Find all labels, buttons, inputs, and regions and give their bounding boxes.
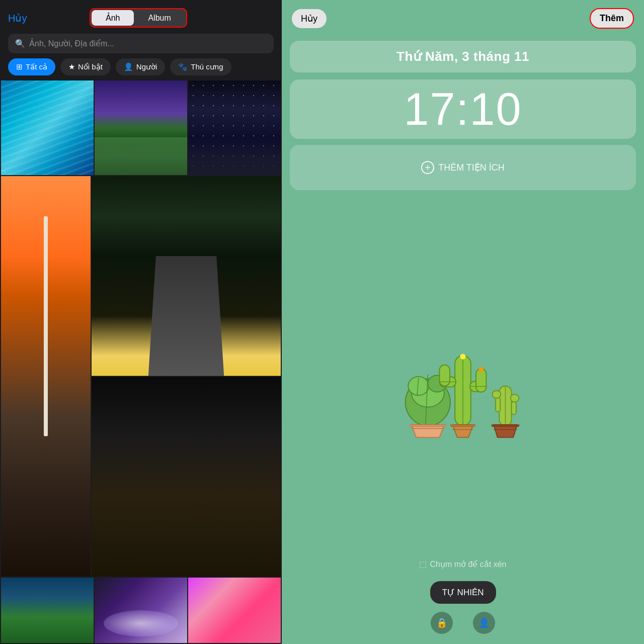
filter-featured-icon: ★ — [68, 62, 75, 71]
search-bar[interactable]: 🔍 Ảnh, Người, Địa điểm... — [8, 34, 274, 53]
person-icon-button[interactable]: 👤 — [473, 612, 495, 634]
photo-darkmountain[interactable] — [92, 377, 281, 577]
grid-row-1 — [1, 80, 281, 175]
left-header: Hủy Ảnh Album 🔍 Ảnh, Người, Địa điểm... — [0, 0, 282, 58]
lock-icon: 🔒 — [436, 617, 447, 628]
right-header: Hủy Thêm — [282, 0, 644, 37]
filter-bar: ⊞ Tất cả ★ Nổi bật 👤 Người 🐾 Thú cưng — [0, 58, 282, 80]
cancel-button-right[interactable]: Hủy — [292, 9, 327, 28]
svg-rect-9 — [440, 365, 450, 386]
filter-featured[interactable]: ★ Nổi bật — [60, 58, 111, 75]
add-widget-button[interactable]: + THÊM TIỆN ÍCH — [421, 161, 505, 174]
time-text: 17:10 — [404, 84, 522, 134]
filter-people-icon: 👤 — [124, 62, 133, 71]
filter-featured-label: Nổi bật — [78, 62, 103, 71]
filter-all-label: Tất cả — [26, 62, 47, 71]
photo-nightsky[interactable] — [188, 80, 281, 175]
svg-point-16 — [460, 354, 465, 359]
svg-rect-19 — [496, 397, 500, 412]
filter-pets-label: Thú cưng — [191, 62, 223, 71]
segment-photos[interactable]: Ảnh — [92, 10, 134, 26]
segment-albums[interactable]: Album — [134, 10, 185, 26]
widget-area[interactable]: + THÊM TIỆN ÍCH — [290, 145, 636, 190]
filter-pets-icon: 🐾 — [178, 62, 188, 71]
natural-button[interactable]: TỰ NHIÊN — [430, 581, 496, 604]
cactus-svg — [392, 309, 533, 440]
filter-pets[interactable]: 🐾 Thú cưng — [170, 58, 231, 75]
photo-palmtree[interactable] — [1, 578, 94, 643]
photo-clouds[interactable] — [95, 578, 187, 643]
date-text: Thứ Năm, 3 tháng 11 — [396, 49, 529, 64]
top-nav: Hủy Ảnh Album — [8, 8, 274, 28]
search-icon: 🔍 — [15, 39, 25, 48]
date-display: Thứ Năm, 3 tháng 11 — [290, 41, 636, 72]
photo-ocean[interactable] — [1, 80, 94, 175]
photo-forestroad[interactable] — [92, 176, 281, 376]
plus-circle-icon: + — [421, 161, 434, 174]
photo-lighthouse[interactable] — [1, 176, 91, 577]
photo-grid — [0, 80, 282, 644]
search-placeholder: Ảnh, Người, Địa điểm... — [29, 39, 114, 48]
person-icon: 👤 — [478, 617, 490, 628]
photo-pink[interactable] — [188, 578, 281, 643]
photo-right-col — [92, 176, 281, 577]
left-panel: Hủy Ảnh Album 🔍 Ảnh, Người, Địa điểm... … — [0, 0, 282, 644]
pinch-hint: ⬚ Chụm mở để cắt xén — [282, 555, 644, 573]
time-display: 17:10 — [290, 79, 636, 139]
grid-row-2 — [1, 176, 281, 577]
photo-mountain[interactable] — [95, 80, 187, 175]
svg-rect-22 — [511, 394, 519, 402]
lock-icon-button[interactable]: 🔒 — [431, 612, 453, 634]
right-panel: Hủy Thêm Thứ Năm, 3 tháng 11 17:10 + THÊ… — [282, 0, 644, 644]
crop-icon: ⬚ — [419, 559, 427, 569]
filter-all-icon: ⊞ — [16, 62, 23, 71]
filter-people-label: Người — [136, 62, 157, 71]
filter-all[interactable]: ⊞ Tất cả — [8, 58, 55, 75]
segment-control: Ảnh Album — [90, 8, 187, 28]
add-button[interactable]: Thêm — [590, 8, 634, 29]
svg-rect-11 — [476, 369, 486, 392]
cactus-illustration-area — [282, 193, 644, 555]
svg-rect-20 — [493, 391, 501, 398]
svg-point-17 — [479, 367, 484, 372]
pinch-hint-text: Chụm mở để cắt xén — [430, 559, 506, 569]
add-widget-label: THÊM TIỆN ÍCH — [438, 162, 505, 173]
grid-row-3 — [1, 578, 281, 643]
filter-people[interactable]: 👤 Người — [116, 58, 166, 75]
cancel-button-left[interactable]: Hủy — [8, 12, 27, 24]
svg-rect-21 — [512, 401, 516, 415]
bottom-bar: TỰ NHIÊN — [282, 573, 644, 612]
